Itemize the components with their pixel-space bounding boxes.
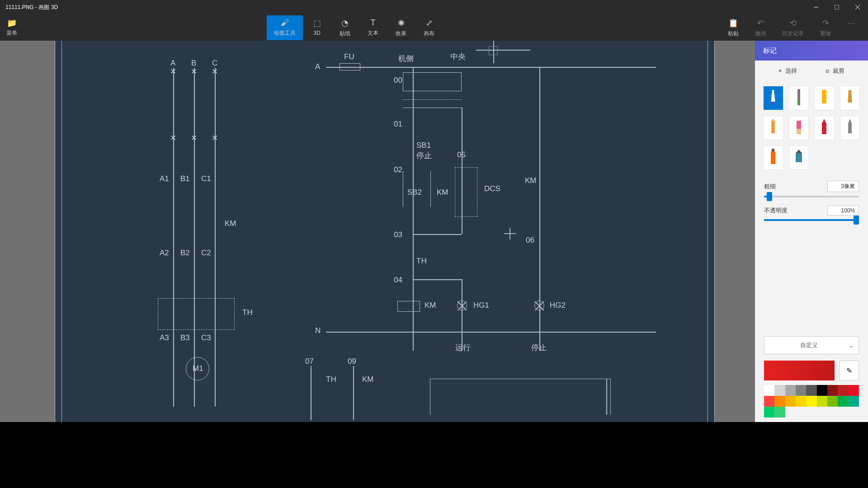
brush-icon: 🖌 bbox=[281, 18, 289, 28]
current-color[interactable] bbox=[764, 361, 835, 380]
brush-pencil[interactable] bbox=[763, 116, 783, 140]
color-section: 自定义 ⌄ ✎ bbox=[755, 332, 868, 422]
eraser-icon bbox=[792, 117, 806, 139]
material-select[interactable]: 自定义 ⌄ bbox=[764, 336, 859, 354]
thickness-section: 粗细 3像素 不透明度 100% bbox=[755, 174, 868, 235]
history-icon: ⟲ bbox=[790, 18, 797, 28]
thickness-label: 粗细 bbox=[764, 183, 776, 191]
chevron-down-icon: ⌄ bbox=[849, 342, 854, 349]
brush-calligraphy[interactable] bbox=[789, 86, 809, 110]
brush-grid bbox=[755, 81, 868, 174]
marker-icon bbox=[766, 87, 780, 109]
color-palette bbox=[764, 385, 859, 418]
thickness-value[interactable]: 3像素 bbox=[827, 181, 859, 192]
paste-icon: 📋 bbox=[728, 18, 738, 28]
palette-color[interactable] bbox=[774, 385, 785, 396]
canvas-icon: ⤢ bbox=[426, 18, 433, 28]
palette-color[interactable] bbox=[838, 396, 848, 407]
cube-icon: ⬚ bbox=[313, 18, 321, 28]
palette-color[interactable] bbox=[785, 396, 796, 407]
svg-rect-10 bbox=[772, 149, 774, 151]
palette-color[interactable] bbox=[774, 407, 785, 418]
palette-color[interactable] bbox=[796, 385, 806, 396]
palette-color[interactable] bbox=[827, 396, 838, 407]
palette-color[interactable] bbox=[806, 385, 816, 396]
pencil-icon bbox=[766, 117, 780, 139]
window-title: 11111.PNG - 画图 3D bbox=[5, 4, 806, 11]
undo-button[interactable]: ↶撤消 bbox=[747, 16, 774, 39]
history-button[interactable]: ⟲历史记录 bbox=[774, 16, 812, 39]
maximize-button[interactable] bbox=[826, 0, 847, 14]
minimize-button[interactable] bbox=[806, 0, 826, 14]
tab-text[interactable]: T文本 bbox=[359, 15, 387, 40]
opacity-slider[interactable] bbox=[764, 219, 859, 221]
eyedropper-button[interactable]: ✎ bbox=[839, 361, 859, 380]
right-panel: 标记 ⌖选择 ⧈裁剪 粗细 3像素 bbox=[755, 41, 868, 422]
tab-effects[interactable]: ✺效果 bbox=[387, 15, 415, 40]
highlighter-icon bbox=[817, 87, 831, 109]
fill-icon bbox=[792, 147, 806, 169]
brush-fill[interactable] bbox=[789, 145, 809, 170]
brush-eraser[interactable] bbox=[789, 116, 809, 140]
crop-tool-button[interactable]: ⧈裁剪 bbox=[826, 67, 844, 75]
brush-spray[interactable] bbox=[763, 145, 783, 170]
brush-highlighter[interactable] bbox=[814, 86, 835, 110]
eyedropper-icon: ✎ bbox=[846, 366, 852, 375]
menu-label: 菜单 bbox=[6, 29, 17, 37]
crosshair-cursor bbox=[504, 228, 516, 239]
brush-marker[interactable] bbox=[763, 86, 783, 110]
palette-color[interactable] bbox=[806, 396, 816, 407]
redo-button[interactable]: ↷重做 bbox=[812, 16, 839, 39]
brush-watercolor[interactable] bbox=[840, 116, 860, 140]
tool-tabs: 🖌绘图工具 ⬚3D ◔贴纸 T文本 ✺效果 ⤢画布 bbox=[267, 15, 443, 40]
paste-button[interactable]: 📋粘贴 bbox=[720, 16, 747, 39]
palette-color[interactable] bbox=[849, 396, 859, 407]
palette-color[interactable] bbox=[774, 396, 785, 407]
oil-icon bbox=[843, 87, 857, 109]
palette-color[interactable] bbox=[849, 385, 859, 396]
crop-icon: ⧈ bbox=[826, 67, 829, 75]
calligraphy-icon bbox=[792, 87, 806, 109]
palette-color[interactable] bbox=[817, 396, 827, 407]
panel-tools-row: ⌖选择 ⧈裁剪 bbox=[755, 61, 868, 81]
svg-rect-9 bbox=[771, 151, 775, 164]
spray-icon bbox=[766, 147, 780, 169]
menu-button[interactable]: 📁 菜单 bbox=[0, 16, 24, 39]
tab-brush[interactable]: 🖌绘图工具 bbox=[267, 15, 303, 40]
main-area: A B C ✕ ✕ ✕ ✕ ✕ ✕ A1 B1 C1 bbox=[0, 41, 868, 422]
svg-rect-7 bbox=[797, 121, 801, 129]
palette-color[interactable] bbox=[838, 385, 848, 396]
more-button[interactable]: ⋯ bbox=[839, 16, 863, 39]
svg-rect-1 bbox=[835, 5, 839, 9]
brush-crayon[interactable] bbox=[814, 116, 835, 140]
tab-3d[interactable]: ⬚3D bbox=[303, 15, 331, 40]
text-icon: T bbox=[371, 18, 376, 28]
opacity-label: 不透明度 bbox=[764, 206, 788, 215]
brush-oil[interactable] bbox=[840, 86, 860, 110]
close-button[interactable] bbox=[847, 0, 868, 14]
tab-stickers[interactable]: ◔贴纸 bbox=[331, 15, 359, 40]
canvas[interactable]: A B C ✕ ✕ ✕ ✕ ✕ ✕ A1 B1 C1 bbox=[38, 41, 717, 422]
crayon-icon bbox=[817, 117, 831, 139]
palette-color[interactable] bbox=[817, 385, 827, 396]
palette-color[interactable] bbox=[827, 385, 838, 396]
canvas-wrapper: A B C ✕ ✕ ✕ ✕ ✕ ✕ A1 B1 C1 bbox=[0, 41, 755, 422]
watercolor-icon bbox=[843, 117, 857, 139]
palette-color[interactable] bbox=[796, 396, 806, 407]
folder-icon: 📁 bbox=[7, 18, 17, 28]
palette-color[interactable] bbox=[785, 385, 796, 396]
svg-rect-6 bbox=[822, 90, 826, 103]
tab-canvas[interactable]: ⤢画布 bbox=[415, 15, 443, 40]
panel-header: 标记 bbox=[755, 41, 868, 61]
select-tool-button[interactable]: ⌖选择 bbox=[778, 67, 797, 75]
svg-rect-8 bbox=[797, 129, 801, 134]
sticker-icon: ◔ bbox=[341, 18, 349, 28]
palette-color[interactable] bbox=[764, 407, 774, 418]
svg-rect-4 bbox=[771, 102, 775, 105]
titlebar: 11111.PNG - 画图 3D bbox=[0, 0, 868, 14]
toolbar: 📁 菜单 🖌绘图工具 ⬚3D ◔贴纸 T文本 ✺效果 ⤢画布 📋粘贴 ↶撤消 ⟲… bbox=[0, 14, 868, 41]
palette-color[interactable] bbox=[764, 396, 774, 407]
thickness-slider[interactable] bbox=[764, 196, 859, 197]
opacity-value[interactable]: 100% bbox=[827, 206, 859, 216]
palette-color[interactable] bbox=[764, 385, 774, 396]
